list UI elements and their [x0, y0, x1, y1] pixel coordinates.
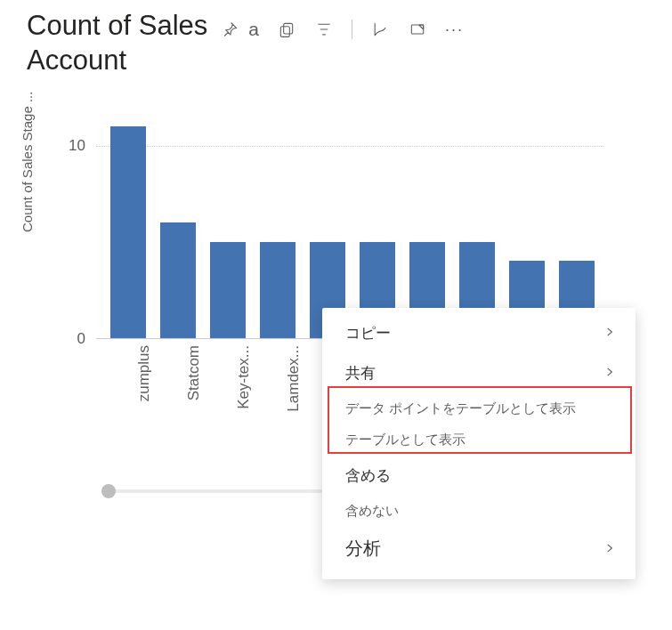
menu-show-datapoint-as-table[interactable]: データ ポイントをテーブルとして表示: [322, 393, 636, 424]
menu-copy[interactable]: コピー: [322, 313, 636, 353]
filter-icon[interactable]: [314, 20, 334, 39]
visual-title-block: Count of Sales a ···: [27, 9, 464, 78]
menu-exclude[interactable]: 含めない: [322, 496, 636, 527]
pin-icon[interactable]: [220, 20, 239, 39]
menu-label: 含める: [345, 465, 391, 486]
visual-title-line2: Account: [27, 44, 464, 78]
focus-mode-icon[interactable]: [408, 20, 427, 39]
menu-analyze[interactable]: 分析: [322, 527, 636, 570]
menu-label: 分析: [345, 537, 381, 561]
y-tick: 0: [77, 330, 85, 348]
chevron-right-icon: [603, 325, 616, 343]
y-axis-label: Count of Sales Stage ...: [20, 91, 35, 231]
chevron-right-icon: [603, 538, 616, 559]
menu-share[interactable]: 共有: [322, 353, 636, 393]
toolbar-divider: [352, 20, 352, 39]
context-menu: コピー 共有 データ ポイントをテーブルとして表示 テーブルとして表示 含める …: [322, 308, 636, 579]
copy-visual-icon[interactable]: [277, 20, 296, 39]
gridline: [96, 146, 603, 147]
menu-include[interactable]: 含める: [322, 456, 636, 496]
bar[interactable]: [160, 222, 196, 338]
bar[interactable]: [260, 242, 296, 338]
x-tick: Key-tex...: [235, 345, 253, 409]
menu-label: 含めない: [345, 503, 399, 520]
x-tick: zumplus: [135, 345, 153, 401]
visual-title-line1: Count of Sales: [27, 9, 207, 44]
menu-label: テーブルとして表示: [345, 432, 466, 448]
bar[interactable]: [110, 126, 146, 338]
y-tick: 10: [69, 137, 85, 155]
svg-rect-1: [280, 27, 289, 37]
more-options-icon[interactable]: ···: [445, 20, 464, 39]
plot-area[interactable]: 10 0: [96, 108, 603, 339]
hidden-title-glyph: a: [248, 19, 259, 40]
visual-header: Count of Sales a ···: [0, 0, 672, 78]
x-tick: Statcom: [185, 345, 203, 400]
x-tick: Lamdex...: [285, 345, 303, 412]
menu-label: 共有: [345, 363, 376, 384]
menu-label: データ ポイントをテーブルとして表示: [345, 400, 576, 417]
bar[interactable]: [210, 242, 246, 338]
spotlight-icon[interactable]: [370, 20, 390, 39]
chevron-right-icon: [603, 365, 616, 383]
visual-header-toolbar: a ···: [220, 19, 464, 40]
menu-show-as-table[interactable]: テーブルとして表示: [322, 424, 636, 456]
svg-rect-2: [411, 25, 423, 34]
scrollbar-thumb[interactable]: [101, 484, 116, 498]
svg-rect-0: [284, 24, 293, 35]
menu-label: コピー: [345, 323, 391, 343]
